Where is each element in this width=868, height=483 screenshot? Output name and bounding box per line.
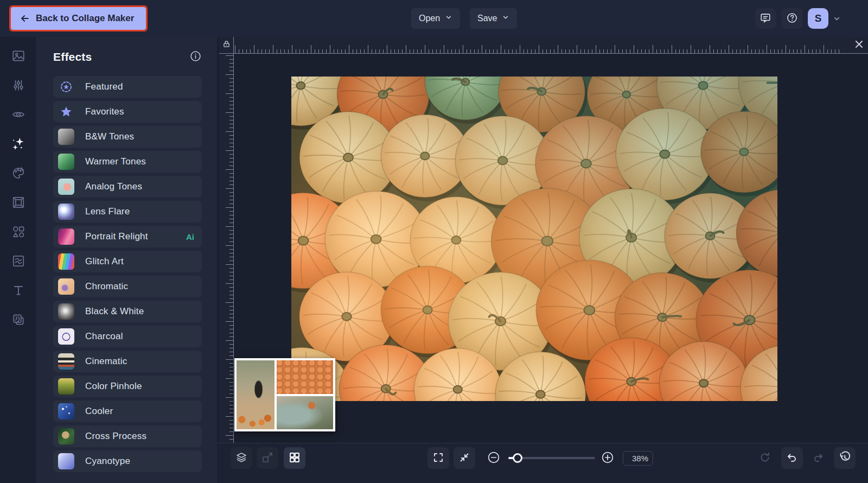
account-chevron-down-icon[interactable] bbox=[833, 15, 841, 25]
effect-category-color-pinhole[interactable]: Color Pinhole bbox=[53, 376, 202, 397]
effect-category-label: Favorites bbox=[85, 106, 124, 117]
feedback-comment-button[interactable] bbox=[755, 8, 776, 29]
effect-category-label: Black & White bbox=[85, 306, 144, 317]
effect-category-cinematic[interactable]: Cinematic bbox=[53, 351, 202, 372]
undo-icon bbox=[786, 451, 799, 466]
grid-view-button[interactable] bbox=[284, 447, 305, 469]
rail-item-effects[interactable] bbox=[0, 130, 37, 159]
preview-cell-pumpkin-patch bbox=[237, 360, 275, 429]
pumpkins-photo bbox=[291, 77, 777, 401]
close-button[interactable] bbox=[850, 37, 868, 53]
back-to-collage-maker-button[interactable]: Back to Collage Maker bbox=[11, 7, 146, 30]
rail-item-layers[interactable] bbox=[0, 306, 37, 335]
rail-item-image-manager[interactable] bbox=[0, 42, 37, 71]
layers-stack-icon bbox=[235, 451, 248, 466]
rail-item-edit[interactable] bbox=[0, 71, 37, 100]
save-dropdown-button[interactable]: Save bbox=[470, 8, 517, 29]
zoom-slider-knob[interactable] bbox=[513, 453, 522, 463]
comment-icon bbox=[760, 12, 771, 26]
effect-category-label: Cinematic bbox=[85, 356, 127, 367]
rail-item-textures[interactable] bbox=[0, 247, 37, 276]
effect-thumbnail bbox=[58, 353, 74, 370]
resize-canvas-button[interactable] bbox=[257, 447, 278, 469]
effect-category-charcoal[interactable]: Charcoal bbox=[53, 326, 202, 347]
help-button[interactable] bbox=[782, 8, 802, 29]
effect-thumbnail bbox=[58, 328, 74, 345]
effect-category-label: Analog Tones bbox=[85, 181, 142, 192]
zoom-in-button[interactable] bbox=[597, 447, 618, 469]
star-icon bbox=[58, 104, 74, 120]
back-arrow-icon bbox=[20, 13, 30, 24]
avatar-initial: S bbox=[815, 12, 822, 24]
ruler-horizontal bbox=[219, 37, 868, 54]
fit-to-screen-button[interactable] bbox=[454, 447, 475, 469]
effect-category-featured[interactable]: Featured bbox=[53, 76, 202, 98]
sparkles-icon bbox=[11, 136, 26, 153]
zoom-slider[interactable] bbox=[508, 457, 595, 459]
rail-item-touch-up[interactable] bbox=[0, 100, 37, 130]
history-clock-icon bbox=[838, 451, 851, 466]
effect-category-chromatic[interactable]: Chromatic bbox=[53, 276, 202, 297]
history-button[interactable] bbox=[834, 447, 856, 469]
resize-icon bbox=[261, 451, 274, 466]
effect-thumbnail bbox=[58, 303, 74, 320]
effects-category-list: Featured Favorites B&W Tones Warmer Tone… bbox=[53, 76, 202, 472]
effect-category-cyanotype[interactable]: Cyanotype bbox=[53, 450, 202, 472]
redo-button[interactable] bbox=[807, 447, 829, 469]
effect-thumbnail bbox=[58, 378, 74, 395]
info-icon bbox=[189, 50, 202, 64]
ruler-corner[interactable] bbox=[219, 37, 234, 53]
effect-category-label: Lens Flare bbox=[85, 206, 130, 217]
effects-panel: Effects Featured Favorites B&W Tones War… bbox=[37, 37, 217, 483]
question-mark-icon bbox=[786, 12, 798, 26]
effect-category-cross-process[interactable]: Cross Process bbox=[53, 425, 202, 447]
effect-category-black-white[interactable]: Black & White bbox=[53, 301, 202, 322]
app-window: Back to Collage Maker Open Save bbox=[0, 0, 868, 483]
reset-sync-icon bbox=[758, 451, 771, 466]
effect-category-cooler[interactable]: Cooler bbox=[53, 401, 202, 422]
rail-item-graphics[interactable] bbox=[0, 218, 37, 247]
ruler-top-ticks bbox=[234, 37, 850, 53]
zoom-level-value[interactable]: 38% bbox=[623, 451, 653, 466]
zoom-out-button[interactable] bbox=[483, 447, 505, 469]
text-icon bbox=[11, 283, 25, 299]
preview-cell-pumpkins bbox=[277, 360, 333, 394]
effect-category-favorites[interactable]: Favorites bbox=[53, 101, 202, 123]
effect-category-label: Charcoal bbox=[85, 331, 123, 342]
effect-category-glitch-art[interactable]: Glitch Art bbox=[53, 251, 202, 272]
effect-thumbnail bbox=[58, 453, 74, 469]
effect-thumbnail bbox=[58, 154, 74, 170]
effect-category-label: Glitch Art bbox=[85, 256, 124, 267]
layout-preview-thumbnail[interactable] bbox=[234, 358, 335, 431]
effect-thumbnail bbox=[58, 228, 74, 245]
user-avatar[interactable]: S bbox=[808, 8, 828, 29]
rail-item-frames[interactable] bbox=[0, 188, 37, 218]
zoom-in-icon bbox=[601, 450, 615, 466]
open-label: Open bbox=[419, 14, 440, 23]
lock-icon bbox=[222, 40, 231, 51]
effect-category-label: Cyanotype bbox=[85, 456, 130, 467]
rail-item-text[interactable] bbox=[0, 276, 37, 306]
effect-category-bw-tones[interactable]: B&W Tones bbox=[53, 126, 202, 148]
rail-item-artsy[interactable] bbox=[0, 159, 37, 188]
canvas-image[interactable] bbox=[291, 77, 777, 401]
layers-button[interactable] bbox=[231, 447, 252, 469]
effect-category-label: Featured bbox=[85, 81, 123, 92]
info-button[interactable] bbox=[189, 50, 202, 64]
eye-icon bbox=[11, 107, 25, 123]
undo-button[interactable] bbox=[781, 447, 803, 469]
effect-category-label: Color Pinhole bbox=[85, 381, 142, 392]
effect-category-warmer-tones[interactable]: Warmer Tones bbox=[53, 151, 202, 173]
effect-category-analog-tones[interactable]: Analog Tones bbox=[53, 176, 202, 198]
effect-thumbnail bbox=[58, 129, 74, 145]
panel-title: Effects bbox=[53, 50, 92, 63]
effect-category-portrait-relight[interactable]: Portrait Relight Ai bbox=[53, 226, 202, 247]
effect-category-lens-flare[interactable]: Lens Flare bbox=[53, 201, 202, 223]
zoom-out-icon bbox=[487, 450, 501, 466]
fullscreen-button[interactable] bbox=[427, 447, 449, 469]
tool-rail bbox=[0, 37, 37, 483]
open-dropdown-button[interactable]: Open bbox=[411, 8, 460, 29]
effect-category-label: B&W Tones bbox=[85, 131, 134, 142]
preview-cell-kids bbox=[277, 396, 333, 430]
reset-button[interactable] bbox=[754, 447, 776, 469]
